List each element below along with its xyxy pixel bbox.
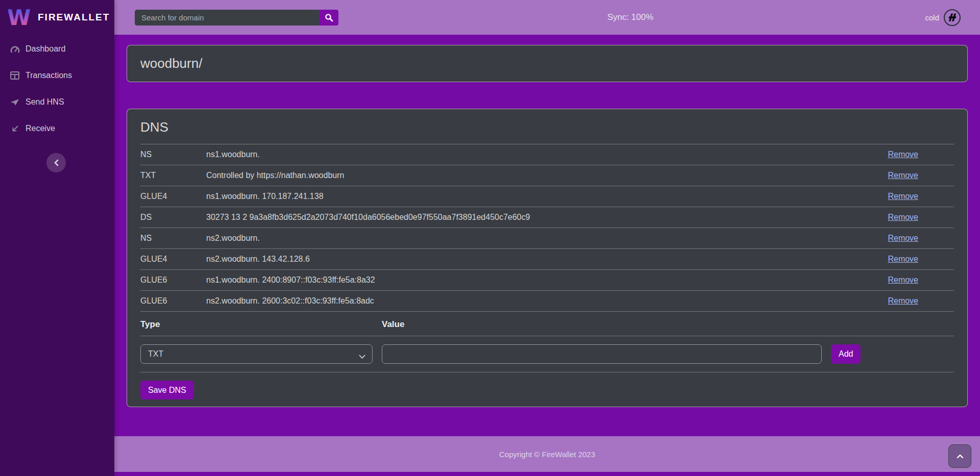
topbar: Sync: 100% cold (114, 0, 980, 35)
remove-record-link[interactable]: Remove (888, 171, 918, 180)
record-type: TXT (140, 171, 206, 180)
sidebar-item-label: Send HNS (26, 97, 64, 107)
sidebar-item-label: Receive (26, 124, 55, 133)
table-icon (9, 71, 20, 80)
sidebar-item-label: Dashboard (26, 44, 65, 54)
sidebar: W FIREWALLET Dashboard (0, 0, 114, 476)
remove-record-link[interactable]: Remove (888, 296, 918, 305)
sync-status: Sync: 100% (607, 12, 654, 22)
app-window: W FIREWALLET Dashboard (0, 0, 980, 476)
sidebar-item-receive[interactable]: Receive (0, 115, 114, 142)
record-value: 30273 13 2 9a3a8fb3d625d2a2073d740f10da6… (206, 213, 847, 222)
dns-record-row: GLUE4 ns2.woodburn. 143.42.128.6 Remove (140, 249, 954, 270)
record-value: ns1.woodburn. 170.187.241.138 (206, 192, 847, 201)
remove-record-link[interactable]: Remove (888, 234, 918, 242)
brand[interactable]: W FIREWALLET (0, 0, 114, 35)
send-icon (9, 98, 20, 106)
dns-card: DNS NS ns1.woodburn. Remove TXT Controll… (127, 109, 968, 407)
record-value: ns2.woodburn. 2600:3c02::f03c:93ff:fe5a:… (206, 296, 847, 306)
handshake-logo-icon[interactable] (944, 9, 961, 26)
firewallet-logo-icon: W (8, 7, 32, 28)
sidebar-nav: Dashboard Transactions S (0, 35, 114, 142)
add-record-form: TXT Add (140, 336, 954, 372)
dns-record-row: NS ns1.woodburn. Remove (140, 144, 954, 165)
search-input[interactable] (135, 10, 319, 26)
wallet-status: cold (925, 9, 961, 26)
dns-record-row: TXT Controlled by https://nathan.woodbur… (140, 165, 954, 186)
brand-name: FIREWALLET (38, 12, 110, 23)
record-type: GLUE6 (140, 275, 206, 285)
record-type: NS (140, 234, 206, 243)
search-button[interactable] (319, 10, 338, 26)
dns-section-title: DNS (140, 119, 954, 144)
record-value: ns1.woodburn. 2400:8907::f03c:93ff:fe5a:… (206, 275, 847, 285)
value-column-header: Value (382, 319, 404, 330)
remove-record-link[interactable]: Remove (888, 213, 918, 221)
sidebar-item-label: Transactions (26, 71, 72, 80)
save-dns-button[interactable]: Save DNS (140, 381, 194, 399)
sidebar-item-dashboard[interactable]: Dashboard (0, 36, 114, 62)
record-value-input[interactable] (382, 344, 822, 364)
record-type: NS (140, 150, 206, 159)
sidebar-collapse-button[interactable] (46, 153, 66, 172)
add-record-button[interactable]: Add (831, 344, 861, 364)
chevron-up-icon (957, 454, 964, 459)
dns-record-row: DS 30273 13 2 9a3a8fb3d625d2a2073d740f10… (140, 207, 954, 228)
selected-type: TXT (148, 349, 163, 359)
chevron-left-icon (54, 159, 59, 166)
remove-record-link[interactable]: Remove (888, 255, 918, 263)
scroll-to-top-button[interactable] (948, 444, 971, 468)
record-value: ns2.woodburn. 143.42.128.6 (206, 255, 847, 264)
record-type: GLUE4 (140, 255, 206, 264)
sidebar-item-transactions[interactable]: Transactions (0, 62, 114, 89)
footer: Copyright © FireWallet 2023 (114, 436, 980, 472)
record-value: ns2.woodburn. (206, 234, 847, 243)
dns-record-row: GLUE4 ns1.woodburn. 170.187.241.138 Remo… (140, 186, 954, 207)
remove-record-link[interactable]: Remove (888, 192, 918, 201)
svg-text:W: W (8, 7, 31, 28)
gauge-icon (9, 45, 20, 54)
chevron-down-icon (359, 352, 365, 361)
domain-search (135, 10, 338, 26)
copyright-text: Copyright © FireWallet 2023 (499, 450, 595, 459)
record-value: Controlled by https://nathan.woodburn (206, 171, 847, 180)
record-type: GLUE4 (140, 192, 206, 201)
dns-records-table: NS ns1.woodburn. Remove TXT Controlled b… (140, 144, 954, 312)
dns-record-row: GLUE6 ns2.woodburn. 2600:3c02::f03c:93ff… (140, 291, 954, 312)
dns-record-row: NS ns2.woodburn. Remove (140, 228, 954, 249)
record-value: ns1.woodburn. (206, 150, 847, 159)
sidebar-item-send-hns[interactable]: Send HNS (0, 89, 114, 115)
remove-record-link[interactable]: Remove (888, 275, 918, 284)
wallet-name: cold (925, 13, 939, 22)
add-record-header: Type Value (140, 312, 954, 336)
domain-card: woodburn/ (127, 45, 968, 82)
dns-record-row: GLUE6 ns1.woodburn. 2400:8907::f03c:93ff… (140, 270, 954, 291)
content: woodburn/ DNS NS ns1.woodburn. Remove TX… (114, 35, 980, 436)
domain-name: woodburn/ (140, 56, 202, 71)
record-type: DS (140, 213, 206, 222)
receive-arrow-icon (9, 125, 20, 133)
record-type-select[interactable]: TXT (140, 344, 373, 364)
record-type: GLUE6 (140, 296, 206, 306)
remove-record-link[interactable]: Remove (888, 150, 918, 159)
search-icon (325, 13, 333, 22)
type-column-header: Type (140, 319, 382, 330)
main-area: Sync: 100% cold (114, 0, 980, 476)
